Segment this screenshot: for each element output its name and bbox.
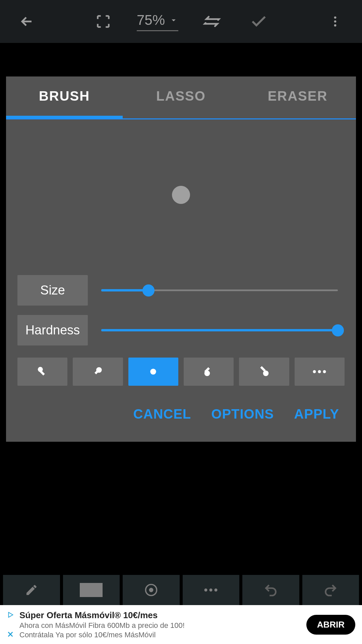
ad-banner[interactable]: Súper Oferta Másmóvil® 10€/mes Ahora con…: [0, 605, 362, 644]
target-tool-icon[interactable]: [123, 575, 180, 605]
brush-shape-5[interactable]: [239, 358, 289, 386]
edit-tool-icon[interactable]: [3, 575, 60, 605]
ad-line1: Ahora con MásMóvil Fibra 600Mb a precio …: [19, 621, 301, 630]
tab-lasso[interactable]: LASSO: [123, 76, 239, 118]
svg-point-16: [149, 588, 153, 591]
redo-icon[interactable]: [302, 575, 359, 605]
ad-open-button[interactable]: ABRIR: [306, 615, 355, 635]
svg-point-13: [318, 370, 321, 373]
tab-eraser[interactable]: ERASER: [239, 76, 356, 118]
svg-point-14: [323, 370, 326, 373]
svg-point-17: [204, 589, 207, 592]
brush-shape-more[interactable]: [295, 358, 345, 386]
canvas-area: [0, 43, 362, 76]
svg-point-12: [313, 370, 316, 373]
more-tool-icon[interactable]: [183, 575, 240, 605]
svg-point-2: [334, 24, 337, 26]
ad-text: Súper Oferta Másmóvil® 10€/mes Ahora con…: [19, 610, 301, 639]
brush-preview: [6, 119, 356, 270]
svg-rect-11: [260, 366, 265, 372]
brush-shape-4[interactable]: [184, 358, 234, 386]
svg-point-19: [215, 589, 218, 592]
svg-point-1: [334, 20, 337, 23]
brush-shape-1[interactable]: [17, 358, 67, 386]
aspect-tool-icon[interactable]: [63, 575, 120, 605]
adchoices-icon[interactable]: [7, 611, 14, 619]
zoom-value: 75%: [137, 12, 165, 28]
hardness-row: Hardness: [6, 310, 356, 350]
dialog-actions: CANCEL OPTIONS APPLY: [6, 393, 356, 428]
confirm-icon[interactable]: [245, 8, 272, 35]
undo-icon[interactable]: [242, 575, 299, 605]
ad-line2: Contrátala Ya por sólo 10€/mes MásMóvil: [19, 631, 301, 639]
preview-dot: [172, 186, 190, 204]
size-label[interactable]: Size: [17, 275, 88, 306]
swap-icon[interactable]: [198, 8, 225, 35]
options-button[interactable]: OPTIONS: [211, 407, 274, 422]
size-row: Size: [6, 270, 356, 310]
brush-shape-3[interactable]: [128, 358, 178, 386]
back-icon[interactable]: [13, 8, 40, 35]
top-toolbar: 75%: [0, 0, 362, 43]
more-icon[interactable]: [322, 8, 349, 35]
cancel-button[interactable]: CANCEL: [133, 407, 191, 422]
brush-shape-2[interactable]: [73, 358, 123, 386]
brush-dialog: BRUSH LASSO ERASER Size Hardness: [6, 76, 356, 442]
hardness-label[interactable]: Hardness: [17, 315, 88, 345]
svg-point-7: [150, 369, 157, 375]
bottom-toolbar: [0, 575, 362, 605]
ad-markers: [7, 611, 14, 638]
hardness-slider[interactable]: [101, 324, 338, 337]
size-slider[interactable]: [101, 284, 338, 297]
apply-button[interactable]: APPLY: [294, 407, 339, 422]
zoom-dropdown[interactable]: 75%: [137, 12, 178, 31]
tool-tabs: BRUSH LASSO ERASER: [6, 76, 356, 119]
tab-brush[interactable]: BRUSH: [6, 76, 123, 118]
brush-shape-row: [6, 350, 356, 393]
fullscreen-icon[interactable]: [90, 8, 117, 35]
ad-title: Súper Oferta Másmóvil® 10€/mes: [19, 610, 301, 621]
svg-point-18: [209, 589, 213, 592]
svg-point-0: [334, 16, 337, 19]
ad-close-icon[interactable]: [7, 631, 14, 638]
